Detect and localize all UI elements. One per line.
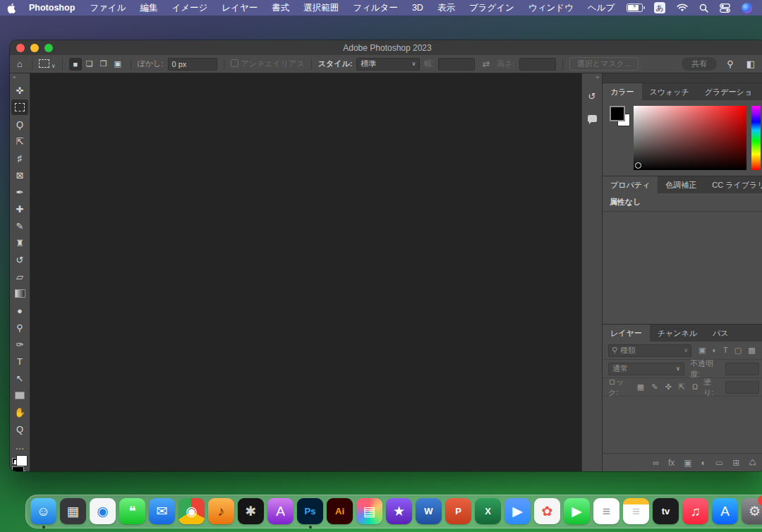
current-tool-icon[interactable]: ∨ [39, 59, 56, 69]
dock-mail[interactable]: ✉ [149, 498, 176, 525]
pen-tool[interactable]: ✑ [11, 337, 28, 352]
healing-brush-tool[interactable]: ✚ [11, 201, 28, 217]
dock-final-cut-pro[interactable]: ▤ [356, 498, 383, 525]
minimize-window-button[interactable] [30, 44, 39, 52]
lock-paint-icon[interactable]: ✎ [651, 382, 658, 392]
menu-image[interactable]: イメージ [164, 3, 214, 13]
apple-menu-icon[interactable] [0, 3, 21, 13]
menu-select[interactable]: 選択範囲 [296, 3, 346, 13]
hue-slider[interactable] [751, 106, 761, 170]
filter-type-layers-icon[interactable]: T [723, 346, 728, 355]
history-brush-tool[interactable]: ↺ [11, 252, 28, 267]
new-selection-mode[interactable]: ■ [69, 58, 82, 71]
background-color-swatch[interactable] [16, 455, 28, 466]
dock-excel[interactable]: X [475, 498, 502, 525]
link-layers-icon[interactable]: ∞ [653, 458, 659, 468]
dock-logic-pro[interactable]: ✱ [238, 498, 265, 525]
dock-apple-tv[interactable]: tv [653, 498, 679, 525]
battery-icon[interactable]: ⚡ [627, 4, 643, 12]
dock-notes[interactable]: ≡ [623, 498, 650, 525]
dock-garageband[interactable]: ♪ [208, 498, 235, 525]
layer-effects-icon[interactable]: fx [668, 458, 675, 468]
dock-messages[interactable]: ❝ [119, 498, 146, 525]
tab-layers[interactable]: レイヤー [603, 325, 650, 341]
dock-facetime[interactable]: ▶ [564, 498, 591, 525]
dock-zoom[interactable]: ▶ [504, 498, 531, 525]
lock-artboard-icon[interactable]: ⇱ [679, 382, 685, 392]
new-group-icon[interactable]: ▭ [715, 458, 723, 468]
crop-tool[interactable]: ♯ [11, 150, 28, 166]
spotlight-search-icon[interactable] [699, 4, 708, 13]
blend-mode-select[interactable]: 通常 ∨ [608, 363, 684, 375]
width-input[interactable] [438, 58, 475, 71]
subtract-selection-mode[interactable]: ❐ [97, 58, 110, 71]
style-select[interactable]: 標準∨ [356, 58, 420, 71]
tab-cc-libraries[interactable]: CC ライブラリ [704, 176, 762, 193]
workspace-switcher-icon[interactable]: ◧ [744, 59, 758, 69]
wifi-icon[interactable] [677, 4, 688, 12]
dock-illustrator[interactable]: Ai [327, 498, 353, 525]
menu-help[interactable]: ヘルプ [581, 3, 622, 13]
layer-mask-icon[interactable]: ▣ [684, 458, 691, 468]
clone-stamp-tool[interactable]: ♜ [11, 235, 28, 250]
dock-finder[interactable]: ☺ [30, 498, 57, 525]
lasso-tool[interactable]: Ϙ [11, 116, 28, 132]
tab-color[interactable]: カラー [603, 83, 642, 100]
input-source-icon[interactable]: あ [654, 2, 665, 13]
lock-all-icon[interactable]: Ω [692, 382, 698, 392]
close-window-button[interactable] [16, 44, 25, 52]
search-icon[interactable]: ⚲ [724, 59, 737, 69]
filter-adjustment-layers-icon[interactable]: ◐ [712, 346, 717, 355]
dock-safari[interactable]: ◉ [90, 498, 116, 525]
dock-imovie[interactable]: ★ [386, 498, 413, 525]
shape-tool[interactable] [11, 387, 28, 403]
dock-chrome[interactable]: ◉ [179, 498, 205, 525]
feather-input[interactable]: 0 px [168, 58, 217, 71]
color-panel-swatches[interactable] [610, 106, 631, 127]
eraser-tool[interactable]: ▱ [11, 269, 28, 284]
path-selection-tool[interactable]: ↖ [11, 370, 28, 386]
menu-3d[interactable]: 3D [405, 3, 430, 13]
eyedropper-tool[interactable]: ✒ [11, 184, 28, 200]
dock-app-store[interactable]: A [712, 498, 739, 525]
menu-photoshop[interactable]: Photoshop [21, 3, 83, 13]
move-tool[interactable]: ✜ [11, 83, 28, 98]
intersect-selection-mode[interactable]: ▣ [111, 58, 124, 71]
menu-layer[interactable]: レイヤー [214, 3, 265, 13]
delete-layer-icon[interactable]: ♺ [749, 458, 756, 468]
hand-tool[interactable]: ✋ [11, 404, 28, 420]
menu-view[interactable]: 表示 [430, 3, 462, 13]
dock-system-settings[interactable]: ⚙ 1 [742, 498, 762, 525]
dock-reminders[interactable]: ≡ [593, 498, 620, 525]
foreground-color-swatch[interactable] [610, 106, 625, 121]
menu-window[interactable]: ウィンドウ [521, 3, 581, 13]
tab-paths[interactable]: パス [705, 325, 737, 341]
blur-tool[interactable]: ● [11, 303, 28, 318]
zoom-tool[interactable]: Q [11, 421, 28, 437]
tab-swatches[interactable]: スウォッチ [642, 83, 697, 100]
toolbar-expand-icon[interactable]: » [10, 73, 16, 82]
dock-photos[interactable]: ✿ [534, 498, 561, 525]
share-button[interactable]: 共有 [682, 57, 717, 71]
type-tool[interactable]: T [11, 353, 28, 369]
brush-tool[interactable]: ✎ [11, 218, 28, 234]
lock-position-icon[interactable]: ✜ [665, 382, 671, 392]
dock-powerpoint[interactable]: P [445, 498, 472, 525]
filter-smart-objects-icon[interactable]: ▩ [748, 346, 755, 355]
menu-type[interactable]: 書式 [265, 3, 296, 13]
select-and-mask-button[interactable]: 選択とマスク... [569, 57, 639, 71]
tab-gradients[interactable]: グラデーショ [697, 83, 760, 100]
comments-panel-icon[interactable] [584, 110, 600, 127]
edit-toolbar[interactable]: … [11, 438, 28, 454]
dock-music[interactable]: ♫ [682, 498, 709, 525]
add-selection-mode[interactable]: ❏ [83, 58, 96, 71]
dodge-tool[interactable]: ⚲ [11, 320, 28, 335]
layer-filter-search[interactable]: ⚲ 種類 ∨ [608, 344, 691, 357]
zoom-window-button[interactable] [44, 44, 53, 52]
panels-collapse-icon[interactable]: « [596, 73, 602, 82]
antialias-checkbox[interactable]: アンチエイリアス [231, 59, 305, 69]
siri-icon[interactable] [742, 3, 752, 13]
gradient-tool[interactable] [11, 286, 28, 301]
object-selection-tool[interactable]: ⇱ [11, 133, 28, 149]
tab-properties[interactable]: プロパティ [603, 176, 658, 193]
